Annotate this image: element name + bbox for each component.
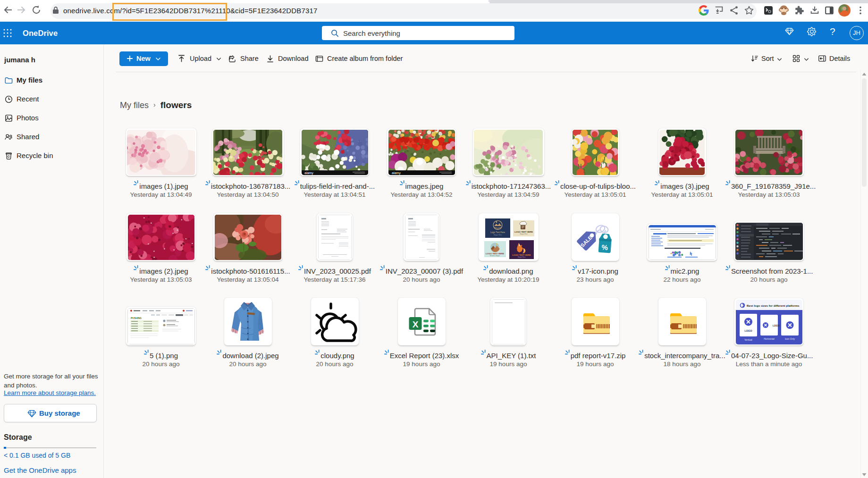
svg-text:Icon Only: Icon Only (784, 337, 795, 340)
svg-text:Logo Text Here: Logo Text Here (490, 231, 506, 234)
svg-text:Slogan Here: Slogan Here (520, 233, 528, 235)
svg-text:Best logo sizes for different: Best logo sizes for different platforms (747, 303, 800, 307)
svg-text:alamy: alamy (392, 171, 401, 175)
svg-text:PUSHING: PUSHING (131, 317, 142, 319)
svg-text:Vertical: Vertical (744, 338, 752, 341)
svg-text:Business Slogan: Business Slogan (490, 255, 500, 257)
svg-text:LOGO: LOGO (744, 329, 752, 332)
svg-text:X: X (413, 319, 419, 329)
svg-text:LOGO TEXT HERE: LOGO TEXT HERE (513, 253, 531, 256)
svg-text:Slogan Here: Slogan Here (518, 256, 526, 258)
svg-text:LOGO TEXT HERE: LOGO TEXT HERE (514, 230, 533, 233)
svg-text:Slogan Here: Slogan Here (494, 234, 502, 236)
svg-text:%: % (601, 243, 608, 252)
svg-text:LOGO: LOGO (773, 324, 780, 327)
svg-text:Horizontal: Horizontal (764, 337, 775, 340)
svg-text:alamy: alamy (304, 171, 313, 175)
